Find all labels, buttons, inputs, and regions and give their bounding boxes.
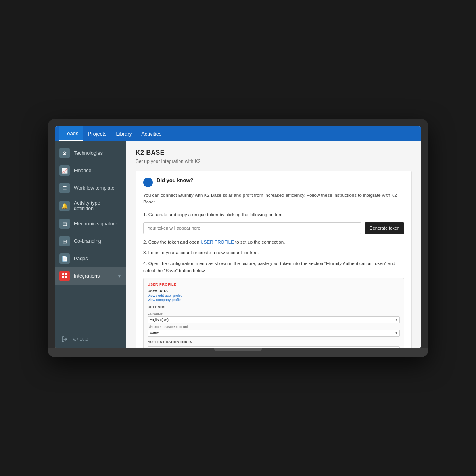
nav-leads[interactable]: Leads: [60, 126, 83, 141]
sidebar-icon-box-technologies: ⚙: [60, 148, 70, 158]
k2-section-title: USER PROFILE: [148, 282, 400, 286]
k2base-link[interactable]: USER PROFILE: [201, 240, 234, 244]
technologies-icon: ⚙: [62, 150, 67, 156]
k2-measurement-label: Distance measurement unit: [148, 325, 400, 329]
k2-settings-section: SETTINGS Language English (US) ▼ Distanc…: [148, 305, 400, 337]
step1-text: 1. Generate and copy a unique token by c…: [143, 211, 404, 218]
k2-view-edit-link[interactable]: View / edit user profile: [148, 294, 400, 298]
cobranding-icon: ⊞: [63, 238, 67, 244]
sidebar-item-technologies[interactable]: ⚙ Technologies: [55, 144, 126, 162]
svg-rect-2: [62, 276, 64, 278]
finance-icon: 📈: [61, 168, 68, 174]
sidebar-icon-box-finance: 📈: [60, 165, 70, 176]
sidebar: ⚙ Technologies 📈 Finance: [55, 141, 126, 348]
main-content: K2 BASE Set up your integration with K2 …: [126, 141, 421, 348]
language-chevron-down-icon: ▼: [395, 318, 398, 321]
token-row: Generate token: [143, 222, 404, 234]
integrations-icon: [62, 273, 67, 280]
svg-rect-0: [62, 273, 64, 275]
sidebar-label-finance: Finance: [74, 168, 121, 173]
integrations-arrow: ▼: [117, 274, 121, 278]
sidebar-menu: ⚙ Technologies 📈 Finance: [55, 141, 126, 288]
svg-rect-1: [65, 273, 67, 275]
k2-auth-label: AUTHENTICATION TOKEN: [148, 340, 400, 345]
sidebar-item-electronic-signature[interactable]: ▤ Electronic signature: [55, 215, 126, 232]
sidebar-label-activity: Activity type definition: [74, 200, 121, 211]
k2-user-data-label: USER DATA: [148, 289, 400, 293]
sidebar-icon-box-pages: 📄: [60, 253, 70, 264]
sidebar-item-finance[interactable]: 📈 Finance: [55, 162, 126, 179]
pages-icon: 📄: [61, 256, 68, 262]
activity-icon: 🔔: [61, 203, 68, 209]
info-description: You can connect Eturnity with K2 Base so…: [143, 192, 404, 206]
sidebar-icon-box-workflow: ☰: [60, 183, 70, 193]
measurement-chevron-down-icon: ▼: [395, 332, 398, 334]
page-subtitle: Set up your integration with K2: [136, 159, 412, 164]
sidebar-label-cobranding: Co-branding: [74, 238, 121, 244]
sidebar-label-pages: Pages: [74, 256, 121, 261]
sidebar-item-activity-type[interactable]: 🔔 Activity type definition: [55, 197, 126, 215]
sidebar-icon-box-esig: ▤: [60, 219, 70, 229]
k2-user-data-section: USER DATA View / edit user profile View …: [148, 289, 400, 302]
k2-auth-section: AUTHENTICATION TOKEN Eturnity authentica…: [148, 340, 400, 348]
info-card: i Did you know? You can connect Eturnity…: [136, 171, 412, 348]
info-card-title: Did you know?: [157, 177, 193, 183]
sidebar-item-integrations[interactable]: Integrations ▼: [55, 267, 126, 285]
main-layout: ⚙ Technologies 📈 Finance: [55, 141, 421, 348]
sidebar-item-workflow-template[interactable]: ☰ Workflow template: [55, 179, 126, 197]
esig-icon: ▤: [62, 221, 67, 227]
sidebar-label-technologies: Technologies: [74, 150, 121, 156]
sidebar-item-pages[interactable]: 📄 Pages: [55, 250, 126, 267]
top-nav: Leads Projects Library Activities: [55, 126, 421, 141]
sidebar-label-esig: Electronic signature: [74, 221, 121, 226]
laptop-screen: Leads Projects Library Activities: [55, 126, 421, 348]
step3-text: 3. Login to your account or create a new…: [143, 250, 404, 256]
nav-projects[interactable]: Projects: [83, 126, 111, 141]
nav-activities[interactable]: Activities: [136, 126, 166, 141]
info-icon: i: [143, 178, 153, 187]
k2-language-label: Language: [148, 311, 400, 315]
version-label: v.7.18.0: [73, 337, 88, 342]
sidebar-label-workflow: Workflow template: [74, 185, 121, 191]
generate-token-button[interactable]: Generate token: [365, 222, 404, 234]
logout-icon[interactable]: [60, 334, 70, 344]
page-title: K2 BASE: [136, 149, 412, 156]
k2-language-select[interactable]: English (US) ▼: [148, 316, 400, 323]
sidebar-label-integrations: Integrations: [74, 273, 113, 279]
k2-screenshot-mockup: USER PROFILE USER DATA View / edit user …: [143, 278, 404, 348]
workflow-icon: ☰: [62, 185, 67, 191]
k2-measurement-select[interactable]: Metric ▼: [148, 330, 400, 337]
token-input[interactable]: [143, 222, 361, 234]
info-header: i Did you know?: [143, 177, 404, 187]
sidebar-icon-box-integrations: [60, 271, 70, 281]
app-container: Leads Projects Library Activities: [55, 126, 421, 348]
sidebar-footer: v.7.18.0: [55, 330, 126, 348]
laptop-frame: Leads Projects Library Activities: [48, 119, 428, 357]
k2-view-company-link[interactable]: View company profile: [148, 298, 400, 302]
step2-text: 2. Copy the token and open USER PROFILE …: [143, 239, 404, 246]
sidebar-icon-box-cobranding: ⊞: [60, 236, 70, 246]
k2-settings-label: SETTINGS: [148, 305, 400, 310]
step4-text: 4. Open the configuration menu as shown …: [143, 260, 404, 274]
svg-rect-3: [65, 276, 67, 278]
sidebar-icon-box-activity: 🔔: [60, 201, 70, 211]
sidebar-item-co-branding[interactable]: ⊞ Co-branding: [55, 232, 126, 250]
laptop-base: [48, 348, 428, 357]
nav-library[interactable]: Library: [111, 126, 136, 141]
